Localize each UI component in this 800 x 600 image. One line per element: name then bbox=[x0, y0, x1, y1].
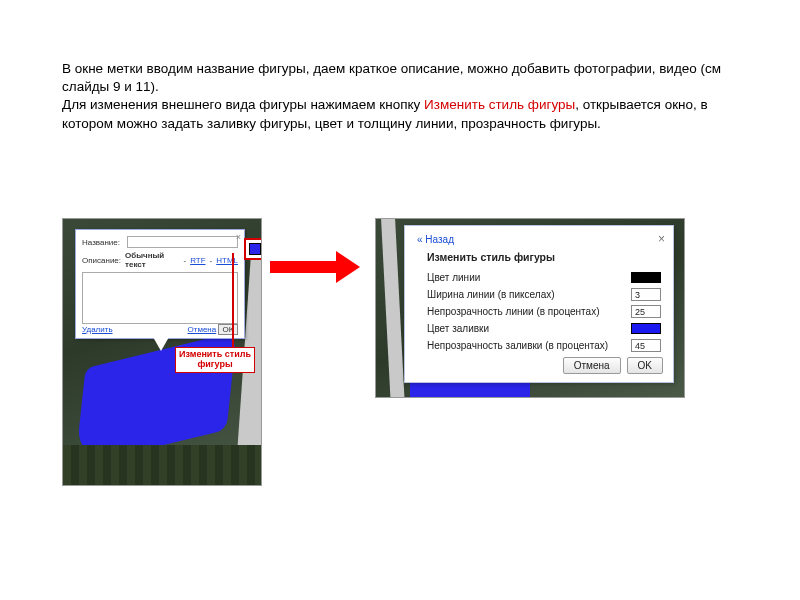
satellite-trees bbox=[63, 445, 261, 485]
input-fill-opacity[interactable]: 45 bbox=[631, 339, 661, 352]
dialog-close-icon[interactable]: × bbox=[658, 232, 665, 246]
description-label: Описание: bbox=[82, 256, 121, 265]
dialog-ok-button[interactable]: OK bbox=[627, 357, 663, 374]
label-line-width: Ширина линии (в пикселах) bbox=[427, 289, 555, 300]
html-tab[interactable]: HTML bbox=[216, 256, 238, 265]
dialog-cancel-button[interactable]: Отмена bbox=[563, 357, 621, 374]
cancel-link[interactable]: Отмена bbox=[188, 325, 217, 334]
name-input[interactable] bbox=[127, 236, 238, 248]
row-line-width: Ширина линии (в пикселах) 3 bbox=[427, 286, 661, 302]
style-swatch-icon bbox=[249, 243, 261, 255]
input-line-width[interactable]: 3 bbox=[631, 288, 661, 301]
instruction-line1: В окне метки вводим название фигуры, дае… bbox=[62, 61, 721, 94]
arrow-head-icon bbox=[336, 251, 360, 283]
callout-connector bbox=[232, 253, 234, 353]
style-dialog: « Назад × Изменить стиль фигуры Цвет лин… bbox=[404, 225, 674, 383]
callout-line1: Изменить стиль bbox=[179, 349, 251, 359]
row-line-opacity: Непрозрачность линии (в процентах) 25 bbox=[427, 303, 661, 319]
arrow-shaft bbox=[270, 261, 338, 273]
dialog-title: Изменить стиль фигуры bbox=[427, 251, 661, 263]
input-line-opacity[interactable]: 25 bbox=[631, 305, 661, 318]
label-fill-opacity: Непрозрачность заливки (в процентах) bbox=[427, 340, 608, 351]
label-line-opacity: Непрозрачность линии (в процентах) bbox=[427, 306, 599, 317]
instruction-text: В окне метки вводим название фигуры, дае… bbox=[62, 60, 742, 133]
callout-line2: фигуры bbox=[197, 359, 232, 369]
name-label: Название: bbox=[82, 238, 123, 247]
red-arrow bbox=[270, 255, 360, 277]
label-fill-color: Цвет заливки bbox=[427, 323, 489, 334]
description-textarea[interactable] bbox=[82, 272, 238, 324]
right-screenshot: « Назад × Изменить стиль фигуры Цвет лин… bbox=[375, 218, 685, 398]
placemark-popup: × Название: Описание: Обычный текст - RT… bbox=[75, 229, 245, 339]
instruction-highlight: Изменить стиль фигуры bbox=[424, 97, 575, 112]
change-style-button[interactable] bbox=[244, 238, 262, 260]
row-fill-color: Цвет заливки bbox=[427, 320, 661, 336]
left-screenshot: × Название: Описание: Обычный текст - RT… bbox=[62, 218, 262, 486]
callout-box: Изменить стиль фигуры bbox=[175, 347, 255, 373]
swatch-fill-color[interactable] bbox=[631, 323, 661, 334]
popup-tail bbox=[153, 337, 169, 351]
row-fill-opacity: Непрозрачность заливки (в процентах) 45 bbox=[427, 337, 661, 353]
swatch-line-color[interactable] bbox=[631, 272, 661, 283]
satellite-road-2 bbox=[381, 218, 405, 398]
back-link[interactable]: « Назад bbox=[417, 234, 661, 245]
instruction-line2-pre: Для изменения внешнего вида фигуры нажим… bbox=[62, 97, 424, 112]
row-line-color: Цвет линии bbox=[427, 269, 661, 285]
close-icon[interactable]: × bbox=[236, 232, 241, 242]
ok-button[interactable]: OK bbox=[218, 324, 238, 335]
rtf-tab[interactable]: RTF bbox=[190, 256, 205, 265]
delete-link[interactable]: Удалить bbox=[82, 325, 113, 334]
label-line-color: Цвет линии bbox=[427, 272, 480, 283]
plain-text-tab[interactable]: Обычный текст bbox=[125, 251, 179, 269]
